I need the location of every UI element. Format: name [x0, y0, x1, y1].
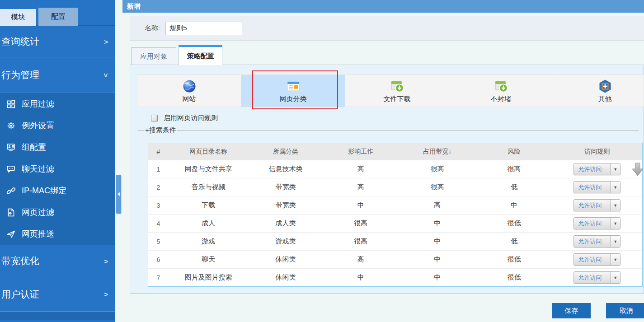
- enable-web-rule-checkbox[interactable]: [151, 115, 158, 121]
- access-rule-value: 允许访问: [574, 238, 610, 246]
- sidebar-item-2[interactable]: 例外设置: [0, 115, 115, 136]
- cell-index: 6: [148, 251, 169, 268]
- cell-name: 成人: [169, 215, 249, 232]
- cancel-button[interactable]: 取消: [606, 303, 644, 318]
- tab-apply-object[interactable]: 应用对象: [131, 47, 176, 65]
- table-row: 5游戏游戏类很高中低允许访问▼: [148, 232, 642, 250]
- category-rules-table: #网页目录名称所属分类影响工作占用带宽↓风险访问规则 1网盘与文件共享信息技术类…: [148, 143, 643, 287]
- cell-bandwidth: 中: [399, 215, 476, 232]
- access-rule-select[interactable]: 允许访问▼: [573, 271, 620, 284]
- chevron-down-icon[interactable]: ▼: [610, 254, 620, 265]
- webpage-category-icon: [286, 79, 301, 94]
- category-tab-3[interactable]: 文件下载: [345, 75, 449, 107]
- cell-work_impact: 中: [323, 269, 399, 286]
- category-tab-label: 文件下载: [384, 95, 411, 103]
- link-icon: [5, 186, 16, 196]
- cell-risk: 很低: [476, 269, 552, 286]
- sidebar-item-4[interactable]: 聊天过滤: [0, 158, 115, 180]
- sidebar-section-query-stats[interactable]: 查询统计 >: [0, 26, 115, 57]
- cell-category: 带宽类: [249, 178, 323, 196]
- chevron-down-icon[interactable]: ▼: [610, 182, 620, 193]
- cell-index: 7: [148, 269, 169, 286]
- cell-category: 成人类: [249, 215, 323, 232]
- cell-access-rule: 允许访问▼: [552, 196, 642, 214]
- access-rule-value: 允许访问: [574, 219, 610, 228]
- cell-name: 网盘与文件共享: [169, 160, 249, 178]
- tab-config[interactable]: 配置: [38, 8, 78, 26]
- category-tab-label: 网页分类: [280, 95, 307, 103]
- page-title: 新增: [127, 2, 141, 11]
- sidebar-item-label: 聊天过滤: [22, 163, 54, 174]
- sidebar-section-behavior-mgmt[interactable]: 行为管理 >: [0, 57, 115, 93]
- column-header-5[interactable]: 占用带宽↓: [399, 143, 476, 160]
- sidebar-item-label: 应用过滤: [22, 98, 54, 109]
- sidebar-section-user-auth[interactable]: 用户认证 >: [0, 277, 115, 312]
- chevron-down-icon: >: [102, 73, 110, 77]
- cell-access-rule: 允许访问▼: [552, 251, 642, 268]
- cell-bandwidth: 中: [399, 233, 476, 250]
- cell-risk: 中: [476, 196, 552, 214]
- sidebar-section-bandwidth[interactable]: 带宽优化 >: [0, 245, 115, 277]
- category-tab-2[interactable]: 网页分类: [241, 75, 345, 107]
- cell-bandwidth: 很高: [399, 178, 476, 196]
- access-rule-value: 允许访问: [574, 274, 610, 282]
- section-label: 查询统计: [1, 35, 39, 48]
- cell-index: 3: [148, 196, 169, 214]
- cell-access-rule: 允许访问▼: [552, 269, 642, 286]
- chevron-down-icon[interactable]: ▼: [610, 200, 620, 211]
- access-rule-select[interactable]: 允许访问▼: [573, 217, 620, 229]
- column-header-7: 访问规则: [552, 143, 642, 160]
- rule-name-input[interactable]: [165, 22, 242, 35]
- table-row: 7图片及图片搜索休闲类中中很低允许访问▼: [148, 268, 642, 286]
- access-rule-select[interactable]: 允许访问▼: [573, 199, 620, 211]
- access-rule-select[interactable]: 允许访问▼: [573, 235, 620, 247]
- section-label: 行为管理: [1, 69, 39, 81]
- search-condition-legend[interactable]: +搜索条件: [138, 126, 639, 135]
- chevron-down-icon[interactable]: ▼: [610, 163, 620, 175]
- table-row: 6聊天休闲类高中很低允许访问▼: [148, 250, 642, 268]
- cell-risk: 很低: [476, 215, 552, 232]
- category-tab-1[interactable]: 网站: [137, 75, 241, 107]
- chevron-down-icon[interactable]: ▼: [610, 218, 620, 229]
- legend-line: [138, 130, 144, 131]
- cell-work_impact: 很高: [323, 233, 399, 250]
- tab-module[interactable]: 模块: [0, 9, 36, 26]
- sidebar-item-5[interactable]: IP-MAC绑定: [0, 180, 115, 201]
- cell-index: 4: [148, 215, 169, 232]
- cell-work_impact: 高: [323, 251, 399, 268]
- file-download-icon: [390, 79, 405, 94]
- name-panel: 名称:: [130, 16, 644, 41]
- cell-work_impact: 中: [323, 196, 399, 214]
- down-arrow-indicator-icon: [632, 163, 644, 176]
- table-header-row: #网页目录名称所属分类影响工作占用带宽↓风险访问规则: [148, 143, 642, 160]
- access-rule-select[interactable]: 允许访问▼: [573, 181, 620, 193]
- section-label: 用户认证: [1, 288, 39, 301]
- access-rule-select[interactable]: 允许访问▼: [573, 163, 620, 175]
- category-tab-5[interactable]: 其他: [553, 75, 644, 107]
- cell-name: 下载: [169, 196, 249, 214]
- access-rule-value: 允许访问: [574, 256, 610, 264]
- category-tab-4[interactable]: 不封堵: [449, 75, 553, 107]
- chevron-down-icon[interactable]: ▼: [610, 236, 620, 247]
- sidebar-item-label: 组配置: [22, 142, 46, 153]
- access-rule-value: 允许访问: [574, 183, 610, 191]
- sidebar-collapse-handle[interactable]: [116, 175, 121, 214]
- sidebar-tab-bar: 模块 配置: [0, 0, 115, 26]
- sidebar-item-6[interactable]: 网页过滤: [0, 201, 115, 223]
- sidebar-item-label: 网页推送: [22, 229, 54, 239]
- chevron-down-icon[interactable]: ▼: [610, 272, 620, 283]
- cell-access-rule: 允许访问▼: [552, 215, 642, 232]
- save-button[interactable]: 保存: [552, 303, 591, 318]
- sidebar-item-3[interactable]: 组配置: [0, 136, 115, 158]
- cell-category: 休闲类: [249, 269, 323, 286]
- sidebar-item-label: 例外设置: [22, 120, 54, 131]
- sidebar-bottom-strip: [0, 312, 115, 320]
- sidebar-item-7[interactable]: 网页推送: [0, 223, 115, 245]
- access-rule-select[interactable]: 允许访问▼: [573, 253, 620, 266]
- other-icon: [597, 79, 613, 94]
- tab-policy-config[interactable]: 策略配置: [179, 45, 222, 65]
- cell-bandwidth: 高: [399, 196, 476, 214]
- chevron-right-icon: >: [104, 290, 108, 298]
- sidebar-item-1[interactable]: 应用过滤: [0, 93, 115, 115]
- search-condition-label: +搜索条件: [144, 126, 177, 135]
